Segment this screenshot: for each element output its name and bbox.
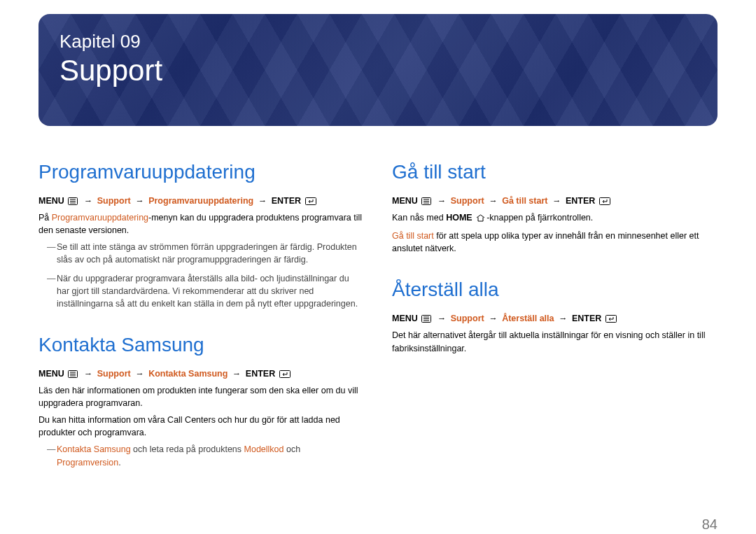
menu-icon (68, 370, 78, 380)
menu-icon (421, 315, 431, 325)
note-list: Kontakta Samsung och leta reda på produk… (47, 443, 364, 468)
enter-icon (279, 370, 290, 380)
enter-label: ENTER (246, 369, 275, 379)
highlight-programversion: Programversion (57, 458, 118, 468)
note-item: När du uppgraderar programvara återställ… (47, 272, 364, 310)
arrow-icon: → (438, 196, 447, 206)
menu-path-kontakta-samsung: MENU → Support → Kontakta Samsung → ENTE… (38, 369, 364, 380)
home-label: HOME (446, 213, 472, 223)
note-list: Se till att inte stänga av strömmen förr… (47, 241, 364, 310)
body-text: Det här alternativet återgår till aktuel… (392, 329, 718, 354)
chapter-label: Kapitel 09 (59, 31, 696, 52)
menu-path-aterstall-alla: MENU → Support → Återställ alla → ENTER (392, 314, 718, 325)
text: Kan nås med (392, 213, 446, 223)
text: På (38, 213, 52, 223)
text: -knappen på fjärrkontrollen. (486, 213, 593, 223)
right-column: Gå till start MENU → Support → Gå till s… (392, 161, 718, 475)
path-programvaruuppdatering: Programvaruuppdatering (148, 196, 253, 206)
heading-aterstall-alla: Återställ alla (392, 279, 718, 301)
path-support: Support (451, 314, 484, 323)
menu-label: MENU (392, 314, 418, 323)
note-item: Kontakta Samsung och leta reda på produk… (47, 443, 364, 468)
home-icon (476, 213, 485, 225)
menu-path-ga-till-start: MENU → Support → Gå till start → ENTER (392, 196, 718, 207)
menu-label: MENU (38, 369, 64, 379)
arrow-icon: → (489, 314, 498, 323)
content-columns: Programvaruuppdatering MENU → Support → … (38, 161, 718, 475)
enter-label: ENTER (566, 196, 595, 206)
arrow-icon: → (438, 314, 447, 323)
highlight-ga-till-start: Gå till start (392, 231, 434, 241)
heading-programvaruuppdatering: Programvaruuppdatering (38, 161, 364, 183)
body-text: På Programvaruuppdatering-menyn kan du u… (38, 211, 364, 237)
highlight-kontakta-samsung: Kontakta Samsung (57, 444, 131, 454)
body-text: Kan nås med HOME -knappen på fjärrkontro… (392, 211, 718, 225)
arrow-icon: → (84, 369, 93, 379)
arrow-icon: → (559, 314, 568, 323)
path-support: Support (451, 196, 484, 206)
arrow-icon: → (135, 196, 144, 206)
path-support: Support (97, 369, 131, 379)
heading-ga-till-start: Gå till start (392, 161, 718, 183)
enter-icon (599, 197, 610, 207)
menu-label: MENU (38, 196, 64, 206)
page-number: 84 (702, 517, 718, 533)
arrow-icon: → (552, 196, 561, 206)
path-support: Support (97, 196, 131, 206)
left-column: Programvaruuppdatering MENU → Support → … (38, 161, 364, 475)
enter-icon (606, 315, 617, 325)
body-text: Läs den här informationen om produkten i… (38, 384, 364, 409)
enter-label: ENTER (572, 314, 601, 323)
text: för att spela upp olika typer av innehål… (392, 231, 699, 253)
arrow-icon: → (84, 196, 93, 206)
path-kontakta-samsung: Kontakta Samsung (148, 369, 227, 379)
arrow-icon: → (135, 369, 144, 379)
arrow-icon: → (258, 196, 267, 206)
note-item: Se till att inte stänga av strömmen förr… (47, 241, 364, 266)
body-text: Gå till start för att spela upp olika ty… (392, 230, 718, 255)
text: och leta reda på produktens (131, 444, 244, 454)
enter-icon (305, 197, 316, 207)
menu-icon (421, 197, 431, 207)
chapter-banner: Kapitel 09 Support (38, 14, 718, 126)
arrow-icon: → (489, 196, 498, 206)
path-ga-till-start: Gå till start (502, 196, 547, 206)
enter-label: ENTER (272, 196, 301, 206)
heading-kontakta-samsung: Kontakta Samsung (38, 334, 364, 356)
arrow-icon: → (232, 369, 241, 379)
text: och (284, 444, 301, 454)
chapter-title: Support (59, 54, 696, 87)
menu-label: MENU (392, 196, 418, 206)
path-aterstall-alla: Återställ alla (502, 314, 554, 323)
text: . (118, 458, 120, 468)
highlight-modellkod: Modellkod (244, 444, 284, 454)
manual-page: Kapitel 09 Support Programvaruuppdaterin… (0, 14, 756, 534)
highlight-programvaruuppdatering: Programvaruuppdatering (52, 213, 148, 223)
menu-icon (68, 197, 78, 207)
body-text: Du kan hitta information om våra Call Ce… (38, 414, 364, 439)
menu-path-programvaruuppdatering: MENU → Support → Programvaruuppdatering … (38, 196, 364, 207)
